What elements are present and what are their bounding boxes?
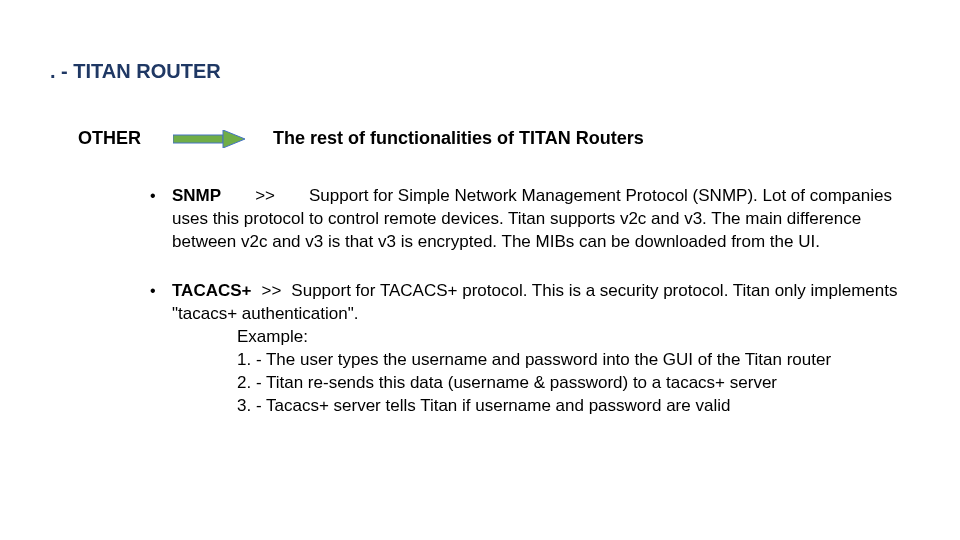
bullet-body: TACACS+>>Support for TACACS+ protocol. T… [172, 280, 910, 418]
section-label: OTHER [78, 128, 141, 149]
list-item: • SNMP>>Support for Simple Network Manag… [150, 185, 910, 254]
bullet-term: SNMP [172, 186, 221, 205]
slide-title: . - TITAN ROUTER [50, 60, 221, 83]
bullet-sep: >> [255, 186, 275, 205]
bullet-term: TACACS+ [172, 281, 252, 300]
bullet-sep: >> [262, 281, 282, 300]
example-label: Example: [172, 326, 910, 349]
example-step: 3. - Tacacs+ server tells Titan if usern… [172, 395, 910, 418]
bullet-desc: Support for Simple Network Management Pr… [172, 186, 892, 251]
arrow-icon [173, 130, 245, 148]
example-step: 2. - Titan re-sends this data (username … [172, 372, 910, 395]
bullet-marker-icon: • [150, 185, 172, 254]
bullet-marker-icon: • [150, 280, 172, 418]
example-step: 1. - The user types the username and pas… [172, 349, 910, 372]
arrow-head [223, 130, 245, 148]
bullet-body: SNMP>>Support for Simple Network Managem… [172, 185, 910, 254]
arrow-body [173, 135, 223, 143]
section-subtitle: The rest of functionalities of TITAN Rou… [273, 128, 644, 149]
bullet-list: • SNMP>>Support for Simple Network Manag… [150, 185, 910, 443]
section-row: OTHER The rest of functionalities of TIT… [78, 128, 644, 149]
list-item: • TACACS+>>Support for TACACS+ protocol.… [150, 280, 910, 418]
